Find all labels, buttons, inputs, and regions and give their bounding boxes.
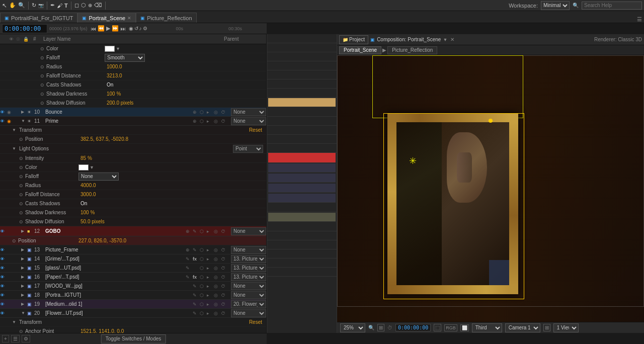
pos-value-gobo[interactable]: 227.0, 826.0, -3570.0 [78,238,126,243]
3d-16[interactable]: ⬡ [200,275,207,280]
parent-15[interactable]: 13. Picture_F [231,264,266,272]
layer-row-10[interactable]: 👁 ◉ ▶ ☀ 10 Bounce ⊕ ⬡ ▸ ◎ ⏱ None [0,108,266,117]
comp-subtab2[interactable]: Picture_Reflection [387,46,437,54]
toggle-switches-btn[interactable]: Toggle Switches / Modes [101,334,166,343]
layer-list-icon[interactable]: ☰ [11,335,20,342]
expand-20[interactable]: ▼ [21,311,27,315]
3d-18[interactable]: ⬡ [200,293,207,298]
fit-icon[interactable]: ⊞ [377,324,384,331]
parent-11[interactable]: None [231,117,266,125]
sdark-value-prime[interactable]: 100 % [80,210,95,215]
falloff-select-prime[interactable]: None [78,173,119,181]
layer-row-12[interactable]: 👁 ▶ ■ 12 GOBO ⊕ ✎ ⬡ ▸ ◎ ⏱ None [0,226,266,236]
alpha-icon[interactable]: ⬜ [460,324,469,331]
timecode-display[interactable]: 0:00:00:00 [395,324,431,331]
eye-18[interactable]: 👁 [0,293,7,298]
motion-18[interactable]: ▸ [207,293,214,298]
layer-row-19[interactable]: 👁 ▶ ▣ 19 [Medium...olid 1] ✎ ⬡ ▸ ◎ ⏱ 20.… [0,300,266,309]
skip-end-icon[interactable]: ⏭ [120,26,126,32]
tab-picture-reflection[interactable]: ▣ Picture_Reflection [136,13,196,23]
grid-icon[interactable]: ⊞ [543,324,550,331]
motion-17[interactable]: ▸ [207,284,214,289]
stopwatch-sdiff-prime[interactable]: ⊙ [19,219,23,224]
stopwatch-color1[interactable]: ⊙ [40,46,44,51]
audio-icon[interactable]: ♪ [139,26,142,31]
comp-viewer[interactable]: Camera 1 [337,55,644,322]
pencil-20[interactable]: ✎ [193,311,200,316]
pencil-16[interactable]: ✎ [186,275,193,280]
adjust-11[interactable]: ◎ [214,119,221,124]
layers-panel[interactable]: ⊙ Color ▼ ⊙ Falloff Smooth ⊙ Radius 1000… [0,44,266,333]
layer-row-20[interactable]: 👁 ▼ ▣ 20 [Flower...UT.psd] ✎ ⬡ ▸ ◎ ⏱ Non… [0,309,266,318]
parent-12[interactable]: None [231,227,266,235]
stopwatch-fd-prime[interactable]: ⊙ [19,192,23,197]
layer-row-16[interactable]: 👁 ▶ ▣ 16 [Paper/...T.psd] ✎ fx ⬡ ▸ ◎ ⏱ 1… [0,273,266,282]
rotate-tool-icon[interactable]: ↻ [32,2,36,9]
stopwatch-falloff1[interactable]: ⊙ [40,55,44,60]
ram-preview-icon[interactable]: ◉ [129,26,133,31]
stopwatch-sdiff1[interactable]: ⊙ [40,101,44,106]
light-type-select[interactable]: Point [233,145,263,153]
radius-value1[interactable]: 1000.0 [107,64,122,69]
expand-transform[interactable]: ▼ [12,128,17,132]
sdiff-value1[interactable]: 200.0 pixels [107,100,133,106]
time-10[interactable]: ⏱ [221,110,228,115]
adjust-13[interactable]: ◎ [214,247,221,252]
3d-11[interactable]: ⬡ [200,119,207,124]
parent-16[interactable]: 13. Picture_F [231,273,266,281]
parent-14[interactable]: 13. Picture_F [231,255,266,263]
expand-11[interactable]: ▼ [21,119,27,123]
view-count-select[interactable]: 1 View [553,323,579,332]
tab-options-icon[interactable]: ☰ [637,16,642,23]
3d-10[interactable]: ⬡ [200,110,207,115]
loop-icon[interactable]: ↺ [134,26,138,31]
fd-value1[interactable]: 3213.0 [107,73,122,78]
comp-dropdown-icon[interactable]: ▼ [443,37,447,42]
motion-14[interactable]: ▸ [207,256,214,262]
sd-value1[interactable]: 100 % [107,91,121,97]
hand-tool-icon[interactable]: ✋ [9,2,16,9]
layer-row-11[interactable]: 👁 ◉ ▼ ☀ 11 Prime ⊕ ⬡ ▸ ◎ ⏱ None [0,117,266,126]
eye-20[interactable]: 👁 [0,311,7,316]
cs-value1[interactable]: On [107,82,113,88]
comp-subtab1[interactable]: Portrait_Scene [339,46,381,54]
add-layer-icon[interactable]: + [2,335,9,342]
3d-12[interactable]: ⬡ [200,229,207,234]
stopwatch-fall-prime[interactable]: ⊙ [19,174,23,179]
parent-19[interactable]: 20. Flower_W [231,300,266,308]
shape-tool-icon[interactable]: ◻ [74,2,79,9]
search-help-input[interactable] [582,2,642,10]
time-14[interactable]: ⏱ [221,256,228,262]
fx-14[interactable]: fx [193,256,200,262]
eye-17[interactable]: 👁 [0,284,7,289]
motion-15[interactable]: ▸ [207,266,214,271]
brush-tool-icon[interactable]: 🖌 [57,3,62,9]
eye-19[interactable]: 👁 [0,302,7,307]
stopwatch-sdark-prime[interactable]: ⊙ [19,210,23,215]
3d-17[interactable]: ⬡ [200,284,207,289]
transform-reset-20[interactable]: Reset [249,319,262,325]
adjust-14[interactable]: ◎ [214,256,221,262]
pencil-19[interactable]: ✎ [193,302,200,307]
layer-row-17[interactable]: 👁 ▶ ▣ 17 [WOOD_W...jpg] ✎ ⬡ ▸ ◎ ⏱ None [0,282,266,291]
clone-tool-icon[interactable]: ⊕ [88,3,92,8]
adjust-10[interactable]: ◎ [214,110,221,115]
eye-10[interactable]: 👁 [0,110,7,115]
3d-20[interactable]: ⬡ [200,311,207,316]
time-17[interactable]: ⏱ [221,284,228,289]
fx-13[interactable]: ⊕ [186,247,193,252]
fd-value-prime[interactable]: 3000.0 [80,192,96,197]
parent-13[interactable]: None [231,246,266,254]
motion-13[interactable]: ▸ [207,247,214,252]
camera-select[interactable]: Camera 1 [505,323,540,332]
time-20[interactable]: ⏱ [221,311,228,316]
pencil-13[interactable]: ✎ [193,247,200,252]
falloff-select1[interactable]: Smooth [105,54,145,62]
stopwatch-cs-prime[interactable]: ⊙ [19,201,23,206]
expand-transform-20[interactable]: ▼ [12,320,17,324]
pencil-12[interactable]: ✎ [193,229,200,234]
parent-20[interactable]: None [231,309,266,317]
stopwatch-int[interactable]: ⊙ [19,156,23,161]
motion-20[interactable]: ▸ [207,311,214,316]
3d-19[interactable]: ⬡ [200,302,207,307]
